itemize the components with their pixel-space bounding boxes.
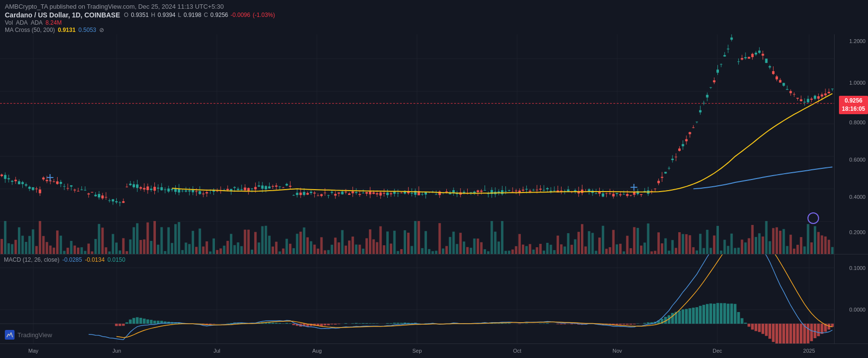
x-label-aug: Aug <box>312 348 322 354</box>
ma-val2: 0.5053 <box>78 27 96 33</box>
vol-label: Vol <box>5 19 13 26</box>
macd-label: MACD (12, 26, close) <box>4 256 60 263</box>
x-label-sep: Sep <box>412 348 422 354</box>
ohlc-o-value: 0.9351 <box>131 12 149 18</box>
x-label-oct: Oct <box>513 348 521 354</box>
x-label-2025: 2025 <box>803 348 815 354</box>
x-label-jul: Jul <box>213 348 220 354</box>
pair-label: Cardano / US Dollar, 1D, COINBASE <box>5 11 120 19</box>
x-axis-labels: May Jun Jul Aug Sep Oct Nov Dec 2025 <box>0 344 834 358</box>
ma-line: MA Cross (50, 200) 0.9131 0.5053 ⊘ <box>5 27 863 33</box>
tradingview-logo-icon <box>5 330 15 340</box>
tradingview-text: TradingView <box>17 331 52 339</box>
vol-unit-label: ADA <box>30 19 43 26</box>
vol-unit: ADA <box>16 19 28 26</box>
macd-section: MACD (12, 26, close) -0.0285 -0.0134 0.0… <box>0 254 868 343</box>
x-axis: May Jun Jul Aug Sep Oct Nov Dec 2025 <box>0 343 868 358</box>
ohlc-l-label: L <box>178 12 181 18</box>
ma-label: MA Cross (50, 200) <box>5 27 55 33</box>
current-price-time: 18:16:05 <box>842 105 865 113</box>
x-label-may: May <box>29 348 39 354</box>
y-axis: 1.2000 1.0000 0.8000 0.6000 0.4000 0.200… <box>834 34 868 254</box>
price-label-0800: 0.8000 <box>849 119 866 125</box>
macd-label-0100: 0.1000 <box>849 265 866 271</box>
price-label-1200: 1.2000 <box>849 38 866 44</box>
attribution-text: AMBCrypto_TA published on TradingView.co… <box>5 3 224 10</box>
main-chart-canvas <box>0 34 834 254</box>
ma-edit-icon[interactable]: ⊘ <box>99 27 104 33</box>
price-label-0200: 0.2000 <box>849 229 866 235</box>
macd-val2: -0.0134 <box>85 256 105 263</box>
ohlc-c-value: 0.9256 <box>211 12 228 18</box>
macd-canvas <box>0 254 834 343</box>
ohlc-data: O0.9351 H0.9394 L0.9198 C0.9256 -0.0096 … <box>124 12 275 18</box>
x-label-jun: Jun <box>112 348 121 354</box>
price-chart <box>0 34 834 254</box>
ohlc-h-label: H <box>151 12 155 18</box>
macd-val1: -0.0285 <box>62 256 82 263</box>
price-label-0400: 0.4000 <box>849 194 866 200</box>
ohlc-change-pct: (-1.03%) <box>253 12 275 18</box>
ohlc-l-value: 0.9198 <box>183 12 201 18</box>
vol-value: 8.24M <box>46 19 61 26</box>
ohlc-h-value: 0.9394 <box>158 12 176 18</box>
chart-header: AMBCrypto_TA published on TradingView.co… <box>0 0 868 34</box>
ma-val1: 0.9131 <box>58 27 76 33</box>
x-label-nov: Nov <box>612 348 622 354</box>
macd-y-axis: 0.1000 0.0000 <box>834 254 868 343</box>
ohlc-change: -0.0096 <box>230 12 250 18</box>
chart-container: AMBCrypto_TA published on TradingView.co… <box>0 0 868 358</box>
macd-chart: MACD (12, 26, close) -0.0285 -0.0134 0.0… <box>0 254 834 343</box>
price-label-1000: 1.0000 <box>849 80 866 86</box>
x-label-dec: Dec <box>713 348 722 354</box>
current-price-badge: 0.9256 18:16:05 <box>839 96 868 114</box>
macd-header: MACD (12, 26, close) -0.0285 -0.0134 0.0… <box>4 256 125 263</box>
ohlc-o-label: O <box>124 12 128 18</box>
attribution-line: AMBCrypto_TA published on TradingView.co… <box>5 3 863 10</box>
current-price-value: 0.9256 <box>842 97 865 105</box>
main-chart-area: USD 1.2000 1.0000 0.8000 0.6000 0.4000 0… <box>0 34 868 254</box>
vol-line: Vol ADA ADA 8.24M <box>5 19 863 26</box>
x-axis-spacer <box>834 344 868 358</box>
macd-val3: 0.0150 <box>107 256 125 263</box>
tradingview-watermark: TradingView <box>5 330 52 340</box>
ohlc-c-label: C <box>204 12 208 18</box>
price-label-0600: 0.6000 <box>849 157 866 163</box>
macd-label-0000: 0.0000 <box>849 307 866 313</box>
